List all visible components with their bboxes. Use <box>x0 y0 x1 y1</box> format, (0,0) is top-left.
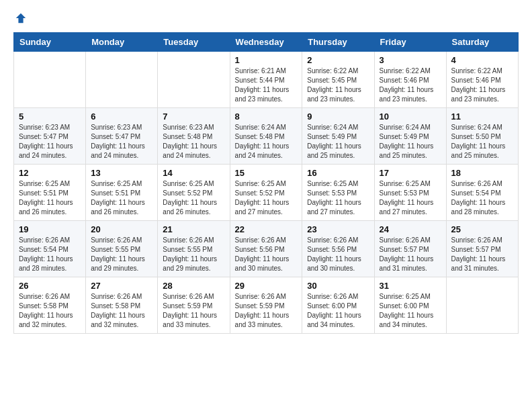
calendar-cell: 15Sunrise: 6:25 AM Sunset: 5:52 PM Dayli… <box>230 165 302 221</box>
day-info: Sunrise: 6:24 AM Sunset: 5:48 PM Dayligh… <box>235 123 298 161</box>
calendar-cell: 4Sunrise: 6:22 AM Sunset: 5:46 PM Daylig… <box>446 52 518 108</box>
day-number: 6 <box>91 111 152 122</box>
logo-icon <box>15 12 27 24</box>
calendar-cell: 17Sunrise: 6:25 AM Sunset: 5:53 PM Dayli… <box>374 165 446 221</box>
day-number: 19 <box>19 224 81 234</box>
day-info: Sunrise: 6:25 AM Sunset: 5:51 PM Dayligh… <box>19 179 81 217</box>
day-info: Sunrise: 6:26 AM Sunset: 5:59 PM Dayligh… <box>163 292 224 330</box>
day-number: 30 <box>307 281 369 291</box>
day-info: Sunrise: 6:26 AM Sunset: 5:56 PM Dayligh… <box>235 236 298 273</box>
day-info: Sunrise: 6:25 AM Sunset: 5:53 PM Dayligh… <box>380 179 441 217</box>
day-number: 13 <box>91 168 152 178</box>
day-info: Sunrise: 6:26 AM Sunset: 5:56 PM Dayligh… <box>307 236 369 273</box>
calendar-cell: 23Sunrise: 6:26 AM Sunset: 5:56 PM Dayli… <box>302 221 374 277</box>
calendar-cell: 21Sunrise: 6:26 AM Sunset: 5:55 PM Dayli… <box>158 221 230 277</box>
calendar-header-tuesday: Tuesday <box>158 33 230 52</box>
day-info: Sunrise: 6:21 AM Sunset: 5:44 PM Dayligh… <box>235 66 298 104</box>
calendar-header-saturday: Saturday <box>446 33 518 52</box>
day-info: Sunrise: 6:26 AM Sunset: 6:00 PM Dayligh… <box>307 292 369 330</box>
day-number: 14 <box>163 168 224 178</box>
calendar-cell: 8Sunrise: 6:24 AM Sunset: 5:48 PM Daylig… <box>230 108 302 165</box>
calendar-week-3: 12Sunrise: 6:25 AM Sunset: 5:51 PM Dayli… <box>14 165 519 221</box>
calendar-header-monday: Monday <box>86 33 158 52</box>
calendar-cell: 16Sunrise: 6:25 AM Sunset: 5:53 PM Dayli… <box>302 165 374 221</box>
day-number: 31 <box>380 281 441 291</box>
day-info: Sunrise: 6:25 AM Sunset: 6:00 PM Dayligh… <box>380 292 441 330</box>
calendar-week-2: 5Sunrise: 6:23 AM Sunset: 5:47 PM Daylig… <box>14 108 519 165</box>
day-number: 18 <box>451 168 513 178</box>
day-info: Sunrise: 6:25 AM Sunset: 5:52 PM Dayligh… <box>235 179 298 217</box>
calendar-cell <box>14 52 86 108</box>
day-number: 5 <box>19 111 81 122</box>
day-number: 3 <box>380 55 441 65</box>
calendar-header-wednesday: Wednesday <box>230 33 302 52</box>
day-info: Sunrise: 6:25 AM Sunset: 5:53 PM Dayligh… <box>307 179 369 217</box>
calendar-cell: 13Sunrise: 6:25 AM Sunset: 5:51 PM Dayli… <box>86 165 158 221</box>
day-info: Sunrise: 6:26 AM Sunset: 5:58 PM Dayligh… <box>91 292 152 330</box>
day-number: 26 <box>19 281 81 291</box>
calendar-cell: 27Sunrise: 6:26 AM Sunset: 5:58 PM Dayli… <box>86 277 158 334</box>
calendar-cell: 24Sunrise: 6:26 AM Sunset: 5:57 PM Dayli… <box>374 221 446 277</box>
day-info: Sunrise: 6:26 AM Sunset: 5:54 PM Dayligh… <box>451 179 513 217</box>
day-number: 29 <box>235 281 298 291</box>
day-number: 23 <box>307 224 369 234</box>
calendar-cell: 18Sunrise: 6:26 AM Sunset: 5:54 PM Dayli… <box>446 165 518 221</box>
calendar-cell: 1Sunrise: 6:21 AM Sunset: 5:44 PM Daylig… <box>230 52 302 108</box>
day-info: Sunrise: 6:24 AM Sunset: 5:49 PM Dayligh… <box>380 123 441 161</box>
day-number: 20 <box>91 224 152 234</box>
calendar-cell: 29Sunrise: 6:26 AM Sunset: 5:59 PM Dayli… <box>230 277 302 334</box>
calendar-cell: 25Sunrise: 6:26 AM Sunset: 5:57 PM Dayli… <box>446 221 518 277</box>
day-number: 25 <box>451 224 513 234</box>
day-number: 15 <box>235 168 298 178</box>
day-number: 22 <box>235 224 298 234</box>
calendar-cell: 10Sunrise: 6:24 AM Sunset: 5:49 PM Dayli… <box>374 108 446 165</box>
day-info: Sunrise: 6:22 AM Sunset: 5:46 PM Dayligh… <box>451 66 513 104</box>
calendar-cell <box>86 52 158 108</box>
day-number: 4 <box>451 55 513 65</box>
calendar-cell <box>446 277 518 334</box>
calendar-cell: 6Sunrise: 6:23 AM Sunset: 5:47 PM Daylig… <box>86 108 158 165</box>
day-number: 10 <box>380 111 441 122</box>
calendar-cell: 26Sunrise: 6:26 AM Sunset: 5:58 PM Dayli… <box>14 277 86 334</box>
calendar-cell: 20Sunrise: 6:26 AM Sunset: 5:55 PM Dayli… <box>86 221 158 277</box>
calendar-header-friday: Friday <box>374 33 446 52</box>
day-info: Sunrise: 6:23 AM Sunset: 5:47 PM Dayligh… <box>19 123 81 161</box>
day-info: Sunrise: 6:26 AM Sunset: 5:59 PM Dayligh… <box>235 292 298 330</box>
calendar-week-1: 1Sunrise: 6:21 AM Sunset: 5:44 PM Daylig… <box>14 52 519 108</box>
calendar-week-5: 26Sunrise: 6:26 AM Sunset: 5:58 PM Dayli… <box>14 277 519 334</box>
day-number: 1 <box>235 55 298 65</box>
day-info: Sunrise: 6:26 AM Sunset: 5:57 PM Dayligh… <box>380 236 441 273</box>
calendar-header-thursday: Thursday <box>302 33 374 52</box>
calendar-cell <box>158 52 230 108</box>
calendar-cell: 30Sunrise: 6:26 AM Sunset: 6:00 PM Dayli… <box>302 277 374 334</box>
calendar-header-sunday: Sunday <box>14 33 86 52</box>
day-info: Sunrise: 6:25 AM Sunset: 5:51 PM Dayligh… <box>91 179 152 217</box>
day-number: 28 <box>163 281 224 291</box>
day-info: Sunrise: 6:23 AM Sunset: 5:48 PM Dayligh… <box>163 123 224 161</box>
day-info: Sunrise: 6:22 AM Sunset: 5:45 PM Dayligh… <box>307 66 369 104</box>
day-number: 27 <box>91 281 152 291</box>
day-info: Sunrise: 6:22 AM Sunset: 5:46 PM Dayligh… <box>380 66 441 104</box>
calendar-cell: 12Sunrise: 6:25 AM Sunset: 5:51 PM Dayli… <box>14 165 86 221</box>
day-info: Sunrise: 6:26 AM Sunset: 5:57 PM Dayligh… <box>451 236 513 273</box>
day-number: 12 <box>19 168 81 178</box>
calendar-cell: 9Sunrise: 6:24 AM Sunset: 5:49 PM Daylig… <box>302 108 374 165</box>
calendar-cell: 7Sunrise: 6:23 AM Sunset: 5:48 PM Daylig… <box>158 108 230 165</box>
day-number: 7 <box>163 111 224 122</box>
day-info: Sunrise: 6:24 AM Sunset: 5:49 PM Dayligh… <box>307 123 369 161</box>
day-info: Sunrise: 6:25 AM Sunset: 5:52 PM Dayligh… <box>163 179 224 217</box>
calendar-cell: 22Sunrise: 6:26 AM Sunset: 5:56 PM Dayli… <box>230 221 302 277</box>
calendar-cell: 31Sunrise: 6:25 AM Sunset: 6:00 PM Dayli… <box>374 277 446 334</box>
day-info: Sunrise: 6:26 AM Sunset: 5:55 PM Dayligh… <box>91 236 152 273</box>
day-info: Sunrise: 6:26 AM Sunset: 5:55 PM Dayligh… <box>163 236 224 273</box>
calendar-week-4: 19Sunrise: 6:26 AM Sunset: 5:54 PM Dayli… <box>14 221 519 277</box>
day-number: 9 <box>307 111 369 122</box>
day-info: Sunrise: 6:26 AM Sunset: 5:54 PM Dayligh… <box>19 236 81 273</box>
calendar-cell: 14Sunrise: 6:25 AM Sunset: 5:52 PM Dayli… <box>158 165 230 221</box>
logo <box>13 13 27 24</box>
calendar: SundayMondayTuesdayWednesdayThursdayFrid… <box>13 32 519 334</box>
calendar-cell: 28Sunrise: 6:26 AM Sunset: 5:59 PM Dayli… <box>158 277 230 334</box>
calendar-cell: 2Sunrise: 6:22 AM Sunset: 5:45 PM Daylig… <box>302 52 374 108</box>
day-number: 16 <box>307 168 369 178</box>
calendar-cell: 5Sunrise: 6:23 AM Sunset: 5:47 PM Daylig… <box>14 108 86 165</box>
